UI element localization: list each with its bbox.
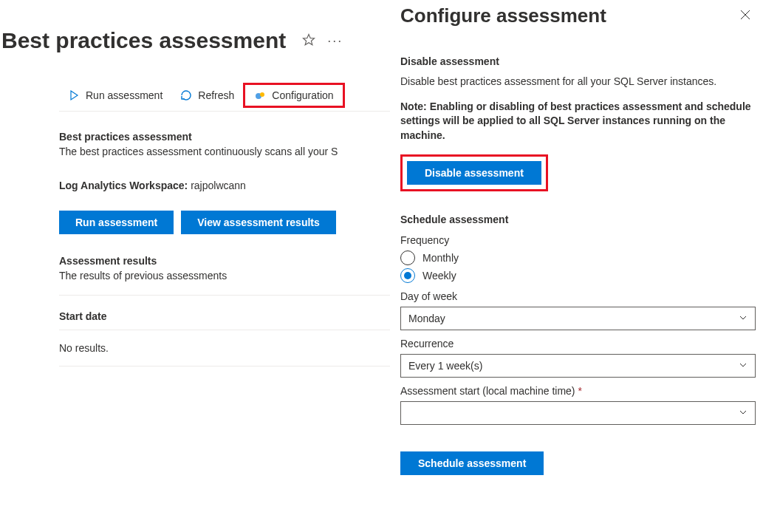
gear-cloud-icon — [254, 89, 266, 101]
recurrence-value: Every 1 week(s) — [408, 360, 482, 372]
refresh-icon — [180, 89, 192, 101]
column-start-date[interactable]: Start date — [59, 303, 390, 330]
close-icon — [739, 12, 751, 23]
day-of-week-label: Day of week — [400, 290, 756, 302]
play-icon — [68, 89, 80, 101]
svg-marker-1 — [71, 91, 78, 100]
log-analytics-workspace: Log Analytics Workspace: rajpolwcann — [59, 180, 390, 191]
disable-highlight: Disable assessment — [400, 154, 548, 191]
more-button[interactable]: ··· — [321, 30, 349, 52]
chevron-down-icon — [739, 407, 747, 419]
toolbar-refresh-label: Refresh — [198, 89, 234, 101]
frequency-label: Frequency — [400, 234, 756, 246]
bpa-section-head: Best practices assessment — [59, 131, 390, 143]
schedule-head: Schedule assessment — [400, 214, 756, 225]
frequency-monthly-label: Monthly — [422, 252, 459, 264]
day-of-week-value: Monday — [408, 313, 445, 324]
favorite-button[interactable] — [296, 30, 321, 52]
disable-note: Note: Enabling or disabling of best prac… — [400, 100, 756, 143]
toolbar-run-label: Run assessment — [86, 89, 162, 101]
law-value: rajpolwcann — [191, 180, 246, 191]
frequency-weekly-label: Weekly — [422, 270, 456, 282]
results-head: Assessment results — [59, 255, 390, 267]
ellipsis-icon: ··· — [327, 33, 343, 48]
configure-panel: Configure assessment Disable assessment … — [390, 0, 763, 532]
bpa-section-desc: The best practices assessment continuous… — [59, 146, 390, 157]
configuration-highlight: Configuration — [243, 83, 344, 108]
required-indicator: * — [578, 385, 581, 397]
disable-text: Disable best practices assessment for al… — [400, 75, 756, 89]
panel-title: Configure assessment — [400, 4, 606, 27]
toolbar: Run assessment Refresh Configuration — [59, 83, 390, 112]
assessment-start-label: Assessment start (local machine time) * — [400, 385, 756, 397]
toolbar-run-assessment[interactable]: Run assessment — [59, 85, 171, 106]
page-title: Best practices assessment — [1, 28, 296, 53]
recurrence-select[interactable]: Every 1 week(s) — [400, 354, 756, 378]
assessment-start-select[interactable] — [400, 401, 756, 425]
frequency-monthly[interactable]: Monthly — [400, 250, 756, 265]
schedule-assessment-button[interactable]: Schedule assessment — [400, 451, 544, 475]
frequency-weekly[interactable]: Weekly — [400, 268, 756, 283]
chevron-down-icon — [739, 360, 747, 372]
close-button[interactable] — [735, 4, 756, 27]
disable-assessment-button[interactable]: Disable assessment — [407, 161, 541, 185]
disable-head: Disable assessment — [400, 55, 756, 67]
day-of-week-select[interactable]: Monday — [400, 307, 756, 330]
run-assessment-button[interactable]: Run assessment — [59, 211, 174, 234]
results-desc: The results of previous assessments — [59, 270, 390, 282]
radio-icon — [400, 268, 415, 283]
toolbar-configuration-label: Configuration — [272, 89, 333, 101]
star-icon — [302, 38, 315, 49]
toolbar-configuration[interactable]: Configuration — [245, 85, 342, 106]
svg-point-3 — [260, 92, 264, 97]
recurrence-label: Recurrence — [400, 338, 756, 349]
chevron-down-icon — [739, 313, 747, 324]
view-results-button[interactable]: View assessment results — [181, 211, 336, 234]
toolbar-refresh[interactable]: Refresh — [171, 85, 243, 106]
radio-icon — [400, 250, 415, 265]
law-label: Log Analytics Workspace: — [59, 180, 188, 191]
no-results-text: No results. — [59, 330, 390, 366]
svg-marker-0 — [304, 34, 315, 44]
